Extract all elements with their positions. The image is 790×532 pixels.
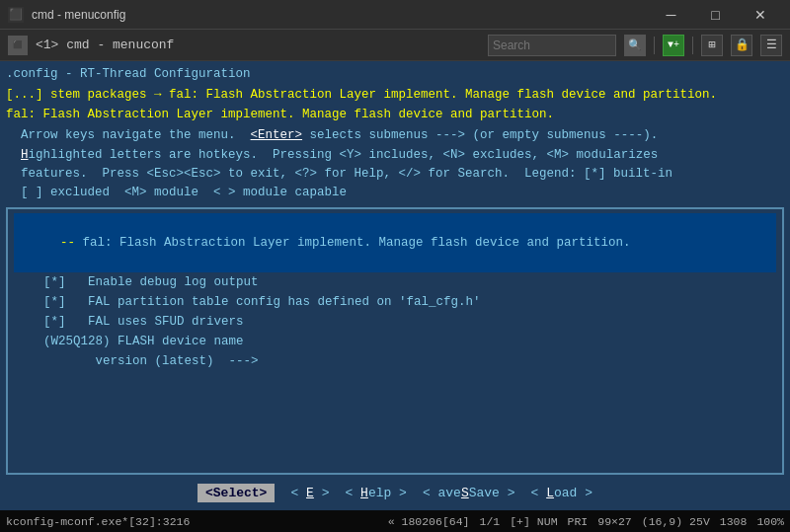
- status-process: kconfig-mconf.exe*[32]:3216: [6, 515, 190, 528]
- toolbar: ⬛ <1> cmd - menuconf 🔍 ▼+ ⊞ 🔒 ☰: [0, 30, 790, 61]
- breadcrumb-line: [...] stem packages → fal: Flash Abstrac…: [6, 86, 784, 105]
- status-pos: « 180206[64]: [388, 515, 470, 528]
- title-bar-left: ⬛ cmd - menuconfig: [8, 7, 125, 23]
- exit-button[interactable]: < E >: [290, 486, 329, 500]
- status-bar: kconfig-mconf.exe*[32]:3216 « 180206[64]…: [0, 510, 790, 532]
- status-val1: 1308: [720, 515, 748, 528]
- highlight-line: fal: Flash Abstraction Layer implement. …: [6, 106, 784, 124]
- search-input[interactable]: [489, 38, 583, 52]
- status-right: « 180206[64] 1/1 [+] NUM PRI 99×27 (16,9…: [388, 515, 784, 528]
- title-bar: ⬛ cmd - menuconfig ─ □ ✕: [0, 0, 790, 30]
- status-linecol: 1/1: [480, 515, 501, 528]
- info-header: .config - RT-Thread Configuration: [6, 65, 784, 84]
- main-terminal: .config - RT-Thread Configuration [...] …: [0, 61, 790, 510]
- toolbar-app-icon: ⬛: [8, 36, 28, 55]
- load-button[interactable]: < Load >: [531, 486, 592, 500]
- maximize-button[interactable]: □: [693, 0, 738, 30]
- menu-item-1[interactable]: [*] Enable debug log output: [14, 272, 776, 292]
- save-button[interactable]: < aveSSave >: [423, 486, 515, 500]
- breadcrumb-text: [...] stem packages → fal: Flash Abstrac…: [6, 88, 717, 102]
- search-button[interactable]: 🔍: [624, 35, 646, 56]
- help-line-2: Highlighted letters are hotkeys. Pressin…: [6, 146, 784, 165]
- help-button[interactable]: < Help >: [345, 486, 406, 500]
- status-zoom: 100%: [756, 515, 784, 528]
- toolbar-lock-btn[interactable]: 🔒: [731, 35, 752, 56]
- toolbar-green-btn[interactable]: ▼+: [663, 35, 684, 56]
- toolbar-cmd-text: <1> cmd - menuconf: [36, 38, 480, 52]
- search-container: [488, 35, 616, 56]
- terminal-icon: ⬛: [8, 7, 24, 23]
- status-dims: 99×27: [597, 515, 632, 528]
- toolbar-separator2: [692, 37, 693, 54]
- toolbar-grid-btn[interactable]: ⊞: [701, 35, 723, 56]
- highlight-text: fal: Flash Abstraction Layer implement. …: [6, 108, 554, 121]
- menu-item-5[interactable]: version (latest) --->: [14, 351, 776, 371]
- minimize-button[interactable]: ─: [649, 0, 693, 30]
- menu-item-selected[interactable]: -- fal: Flash Abstraction Layer implemen…: [14, 213, 776, 272]
- selected-marker: --: [60, 236, 75, 250]
- menu-item-4[interactable]: (W25Q128) FLASH device name: [14, 332, 776, 351]
- help-line-3: features. Press <Esc><Esc> to exit, <?> …: [6, 165, 784, 184]
- menu-item-3[interactable]: [*] FAL uses SFUD drivers: [14, 312, 776, 332]
- help-text: Arrow keys navigate the menu. <Enter> Ar…: [6, 126, 784, 203]
- menu-area[interactable]: -- fal: Flash Abstraction Layer implemen…: [6, 207, 784, 475]
- help-line-4: [ ] excluded <M> module < > module capab…: [6, 184, 784, 202]
- status-caps: [+] NUM: [510, 515, 557, 528]
- title-controls: ─ □ ✕: [649, 0, 782, 30]
- help-line-1: Arrow keys navigate the menu. <Enter> Ar…: [6, 126, 784, 145]
- status-mode: PRI: [568, 515, 589, 528]
- window-title: cmd - menuconfig: [32, 8, 125, 22]
- toolbar-separator: [654, 37, 655, 54]
- toolbar-list-btn[interactable]: ☰: [760, 35, 782, 56]
- select-button[interactable]: <Select>: [198, 484, 275, 502]
- status-coords: (16,9) 25V: [642, 515, 710, 528]
- config-line: .config - RT-Thread Configuration: [6, 67, 251, 81]
- button-bar: <Select> < E > < Help > < aveSSave > < L…: [6, 475, 784, 510]
- close-button[interactable]: ✕: [738, 0, 782, 30]
- menu-item-2[interactable]: [*] FAL partition table config has defin…: [14, 292, 776, 312]
